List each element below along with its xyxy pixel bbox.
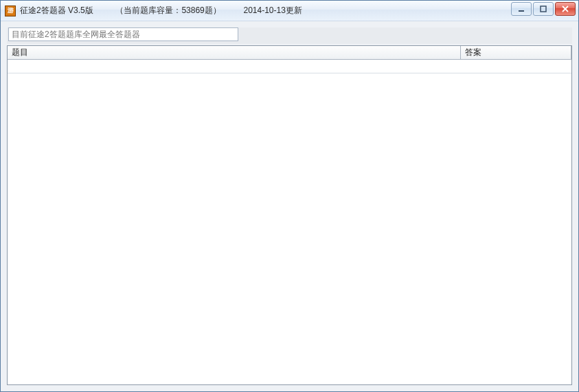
cell-answer [461, 60, 571, 73]
window-title: 征途2答题器 V3.5版 （当前题库容量：53869题） 2014-10-13更… [20, 5, 302, 16]
search-bar [7, 27, 572, 44]
grid-body[interactable] [8, 60, 571, 384]
app-window: 游 征途2答题器 V3.5版 （当前题库容量：53869题） 2014-10-1… [0, 0, 579, 392]
grid-header: 题目 答案 [8, 46, 571, 60]
maximize-button[interactable] [533, 2, 554, 16]
app-icon: 游 [5, 5, 16, 16]
close-button[interactable] [555, 2, 576, 16]
svg-rect-0 [519, 10, 524, 12]
svg-rect-1 [541, 6, 546, 12]
cell-question [8, 60, 461, 73]
results-grid: 题目 答案 [7, 45, 572, 385]
title-db-info: （当前题库容量：53869题） [115, 5, 220, 15]
client-area: 题目 答案 [1, 21, 578, 391]
title-update-date: 2014-10-13更新 [243, 5, 302, 15]
titlebar[interactable]: 游 征途2答题器 V3.5版 （当前题库容量：53869题） 2014-10-1… [1, 1, 578, 21]
column-header-question[interactable]: 题目 [8, 46, 461, 59]
minimize-icon [518, 5, 525, 12]
close-icon [562, 5, 569, 12]
minimize-button[interactable] [511, 2, 532, 16]
maximize-icon [540, 5, 547, 12]
table-row[interactable] [8, 60, 571, 73]
window-controls [511, 2, 576, 16]
search-input[interactable] [8, 27, 238, 41]
column-header-answer[interactable]: 答案 [461, 46, 571, 59]
title-app-name: 征途2答题器 V3.5版 [20, 5, 93, 15]
